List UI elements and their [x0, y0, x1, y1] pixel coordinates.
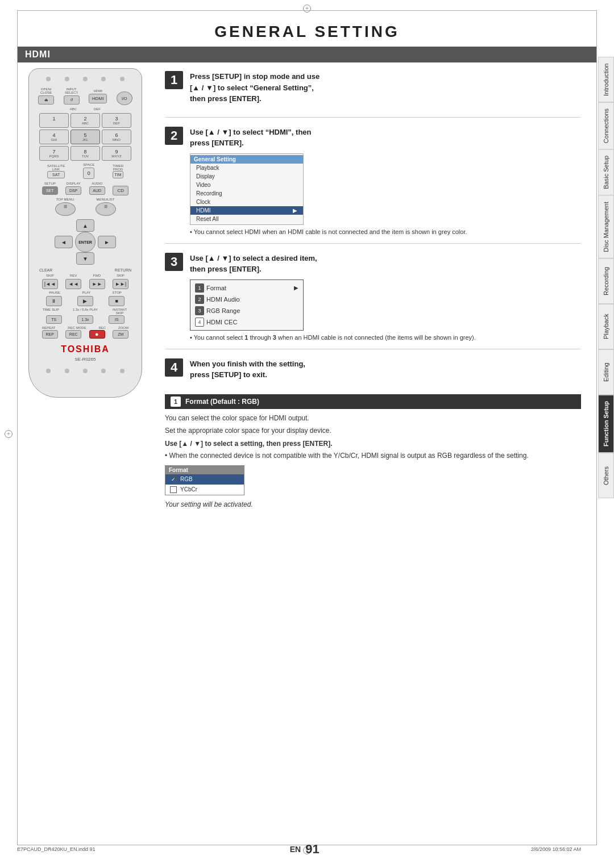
timeslip-labels: TIME SLIP 1.3x / 0.8x PLAY INSTANT SKIP — [34, 308, 137, 315]
sidebar-tab-function-setup[interactable]: Function Setup — [598, 395, 614, 453]
menu-item-recording: Recording — [190, 189, 303, 198]
num-btn-8[interactable]: 8TUV — [70, 146, 100, 161]
time-slip-button[interactable]: TS — [46, 315, 62, 324]
step-1-number: 1 — [165, 71, 183, 89]
hdmi-menu-item-2: 2 HDMI Audio — [195, 294, 298, 305]
play-speed-button[interactable]: 1.3x — [77, 315, 93, 324]
num-btn-6[interactable]: 6MNO — [102, 130, 131, 144]
nav-right-button[interactable]: ► — [98, 236, 116, 248]
step-3-number: 3 — [165, 253, 183, 271]
num-btn-9[interactable]: 9WXYZ — [102, 146, 131, 161]
sidebar-tab-editing[interactable]: Editing — [598, 349, 614, 395]
instant-skip-button[interactable]: IS — [109, 315, 125, 324]
power-button[interactable]: I/O — [117, 91, 132, 105]
setup-display-audio-row: SETUP SET DISPLAY DSP AUDIO AUD CD — [38, 181, 132, 195]
play-button[interactable]: ▶ — [77, 296, 93, 306]
open-close-label: OPEN/CLOSE — [38, 87, 54, 94]
open-close-button[interactable]: ⏏ — [38, 95, 54, 105]
input-select-button[interactable]: ↺ — [64, 95, 80, 105]
num-btn-5[interactable]: 5JKL — [70, 130, 100, 144]
num-btn-7[interactable]: 7PQRS — [39, 146, 69, 161]
sub-section-header: 1 Format (Default : RGB) — [165, 394, 581, 409]
playback-row: ⏸ ▶ ■ — [34, 296, 137, 306]
rec-mode-button[interactable]: REC — [65, 330, 81, 339]
pause-button[interactable]: ⏸ — [46, 296, 62, 306]
nav-down-button[interactable]: ▼ — [76, 252, 94, 265]
playback-labels: PAUSE PLAY STOP — [34, 291, 137, 294]
power-label — [117, 87, 132, 90]
brand-logo: TOSHIBA — [34, 344, 137, 354]
display-button[interactable]: DSP — [65, 186, 81, 195]
transport-labels: SKIP REV FWD SKIP — [34, 274, 137, 277]
timer-prog-button[interactable]: TIM — [113, 171, 123, 178]
step-4-block: 4 When you finish with the setting,press… — [165, 358, 581, 385]
sidebar-tab-introduction[interactable]: Introduction — [598, 57, 614, 102]
footer-date: 2/6/2009 10:56:02 AM — [531, 846, 581, 852]
section-header: HDMI — [17, 47, 597, 62]
repeat-button[interactable]: REP — [42, 330, 58, 339]
sidebar-tab-recording[interactable]: Recording — [598, 258, 614, 304]
sub-section-instruction: Use [▲ / ▼] to select a setting, then pr… — [165, 439, 581, 449]
num-badge-2: 2 — [195, 295, 204, 304]
remote-dot-3 — [83, 77, 88, 81]
num-btn-1[interactable]: 1 — [39, 113, 69, 128]
num-btn-0[interactable]: 0 — [83, 168, 94, 179]
top-menu-button[interactable]: ☰ — [55, 202, 76, 216]
menu-list-button[interactable]: ☰ — [96, 202, 116, 216]
main-content: OPEN/CLOSE ⏏ INPUTSELECT ↺ HDMI HDMI I/O — [17, 62, 581, 517]
nav-enter-button[interactable]: ENTER — [75, 232, 96, 252]
num-badge-4: 4 — [195, 318, 204, 327]
step-4-text: When you finish with the setting,press [… — [190, 358, 581, 381]
stop-button[interactable]: ■ — [109, 296, 125, 306]
clear-button[interactable]: CLEAR — [39, 268, 52, 272]
remote-top-buttons-row: OPEN/CLOSE ⏏ INPUTSELECT ↺ HDMI HDMI I/O — [34, 87, 137, 105]
rec-row: REP REC ⏺ ZM — [34, 330, 137, 339]
num-btn-3[interactable]: 3DEF — [102, 113, 131, 128]
rec-button[interactable]: ⏺ — [89, 330, 105, 339]
sidebar-tab-others[interactable]: Others — [598, 453, 614, 498]
footer-file: E7PCAUD_DR420KU_EN.indd 91 — [17, 846, 96, 852]
cd-button[interactable]: CD — [113, 186, 128, 195]
num-btn-4[interactable]: 4GHI — [39, 130, 69, 144]
hdmi-menu-item-4: 4 HDMI CEC — [195, 316, 298, 328]
hdmi-btn-group: HDMI HDMI — [89, 89, 107, 103]
num-labels-row: ABCDEF — [38, 107, 132, 111]
nav-left-button[interactable]: ◄ — [55, 236, 73, 248]
step-2-block: 2 Use [▲ / ▼] to select “HDMI”, thenpres… — [165, 127, 581, 244]
page-border-left — [17, 10, 18, 845]
return-button[interactable]: RETURN — [115, 268, 131, 272]
satellite-link-button[interactable]: SAT — [47, 171, 65, 178]
page-num-label: EN — [290, 845, 301, 854]
sidebar-tab-disc-management[interactable]: Disc Management — [598, 195, 614, 258]
timer-prog-group: TIMER PROG TIM — [113, 164, 123, 178]
remote-bottom-dot-1 — [46, 369, 51, 373]
setup-button[interactable]: SET — [42, 186, 58, 195]
sidebar-tab-connections[interactable]: Connections — [598, 102, 614, 149]
sidebar-tab-playback[interactable]: Playback — [598, 304, 614, 349]
nav-up-button[interactable]: ▲ — [76, 219, 94, 232]
page-num-value: 91 — [305, 842, 319, 857]
input-select-btn-group: INPUTSELECT ↺ — [64, 87, 80, 105]
transport-row: |◄◄ ◄◄ ►► ►►| — [34, 279, 137, 289]
step-3-note: You cannot select 1 through 3 when an HD… — [190, 334, 581, 341]
sidebar-tab-basic-setup[interactable]: Basic Setup — [598, 149, 614, 195]
rev-button[interactable]: ◄◄ — [65, 279, 81, 289]
setup-btn-group: SETUP SET — [42, 182, 58, 195]
sub-section-note: • When the connected device is not compa… — [165, 451, 581, 461]
sub-section-body: You can select the color space for HDMI … — [165, 409, 581, 518]
menu-item-display: Display — [190, 172, 303, 181]
zoom-button[interactable]: ZM — [113, 330, 128, 339]
timeslip-row: TS 1.3x IS — [34, 315, 137, 324]
skip-back-button[interactable]: |◄◄ — [42, 279, 58, 289]
zero-space-group: SPACE 0 — [83, 163, 94, 179]
fwd-button[interactable]: ►► — [89, 279, 105, 289]
remote-dot-4 — [101, 77, 106, 81]
remote-bottom-dot-4 — [101, 369, 106, 373]
top-menu-btn-group: TOP MENU ☰ — [55, 198, 76, 216]
step-2-note: You cannot select HDMI when an HDMI cabl… — [190, 228, 581, 235]
num-btn-2[interactable]: 2ABC — [70, 113, 100, 128]
skip-fwd-button[interactable]: ►►| — [113, 279, 128, 289]
hdmi-button[interactable]: HDMI — [89, 94, 107, 103]
audio-button[interactable]: AUD — [89, 186, 105, 195]
menu-item-hdmi: HDMI ▶ — [190, 206, 303, 215]
